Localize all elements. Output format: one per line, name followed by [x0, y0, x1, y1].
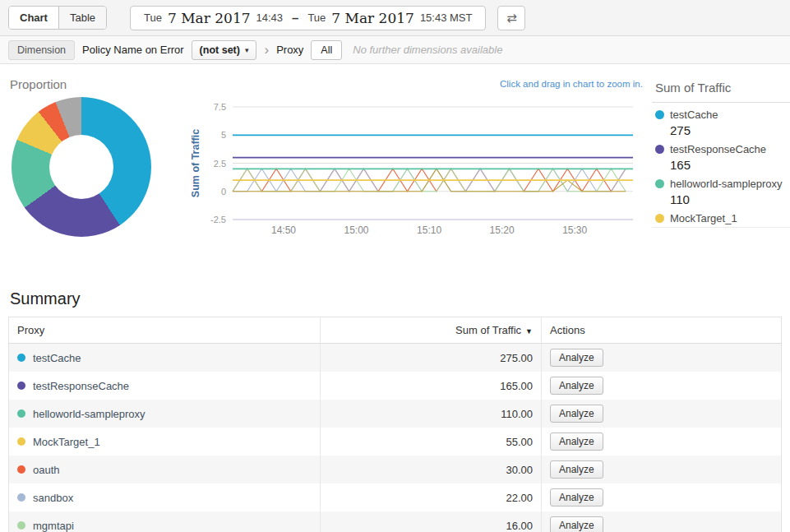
svg-text:15:30: 15:30 — [562, 224, 587, 236]
caret-down-icon: ▾ — [245, 46, 249, 54]
series-color-dot — [17, 465, 25, 474]
traffic-value: 16.00 — [321, 511, 542, 532]
dimension-bar: Dimension Policy Name on Error (not set)… — [0, 36, 790, 64]
table-row: testCache275.00Analyze — [9, 344, 782, 372]
sort-desc-icon: ▼ — [525, 327, 533, 335]
dimension-selected-value: (not set) — [200, 44, 240, 56]
svg-text:Sum of Traffic: Sum of Traffic — [190, 129, 201, 197]
series-value: 275 — [655, 123, 790, 137]
analyze-button[interactable]: Analyze — [550, 460, 603, 479]
date-range-separator: – — [292, 11, 298, 25]
svg-text:15:10: 15:10 — [417, 224, 441, 236]
legend-items: testCache275testResponseCache165hellowor… — [652, 103, 790, 228]
table-row: mgmtapi16.00Analyze — [9, 511, 782, 532]
series-name: testCache — [670, 109, 718, 121]
table-header-row: Proxy Sum of Traffic▼ Actions — [9, 317, 782, 344]
start-time: 14:43 — [256, 12, 284, 24]
series-color-dot — [655, 214, 664, 223]
dimension-label: Dimension — [8, 40, 75, 60]
dimensions-note: No further dimensions available — [353, 44, 502, 56]
svg-text:15:00: 15:00 — [344, 224, 369, 236]
analyze-button[interactable]: Analyze — [550, 516, 603, 532]
donut-hole — [49, 135, 113, 199]
zoom-hint: Click and drag in chart to zoom in. — [500, 79, 643, 89]
series-color-dot — [17, 382, 25, 390]
start-day: Tue — [144, 12, 162, 24]
table-row: sandbox22.00Analyze — [9, 483, 782, 511]
column-header-actions: Actions — [542, 317, 782, 344]
svg-text:5: 5 — [221, 130, 226, 140]
analyze-button[interactable]: Analyze — [550, 488, 603, 507]
legend-item[interactable]: testResponseCache165 — [652, 137, 790, 172]
svg-text:15:20: 15:20 — [490, 224, 515, 236]
drill-dimension-label: Proxy — [276, 44, 303, 56]
analyze-button[interactable]: Analyze — [550, 433, 603, 451]
series-name: testResponseCache — [670, 143, 766, 155]
end-day: Tue — [307, 12, 326, 24]
series-color-dot — [17, 493, 25, 502]
proxy-name: MockTarget_1 — [33, 436, 100, 448]
legend-item[interactable]: helloworld-sampleproxy110 — [652, 172, 790, 206]
analyze-button[interactable]: Analyze — [550, 349, 603, 367]
traffic-line-chart[interactable]: 7.552.50-2.514:5015:0015:1015:2015:30Sum… — [187, 94, 672, 240]
table-view-button[interactable]: Table — [58, 7, 106, 29]
proxy-name: oauth — [33, 464, 60, 476]
proportion-label: Proportion — [10, 77, 67, 91]
series-color-dot — [655, 179, 664, 188]
traffic-value: 275.00 — [321, 344, 542, 372]
table-row: testResponseCache165.00Analyze — [9, 372, 782, 400]
refresh-button[interactable]: ⇄ — [497, 6, 525, 30]
dimension-value-dropdown[interactable]: (not set) ▾ — [192, 40, 257, 60]
series-color-dot — [17, 437, 25, 446]
chart-panel: Proportion Click and drag in chart to zo… — [0, 64, 790, 280]
date-range-picker[interactable]: Tue 7 Mar 2017 14:43 – Tue 7 Mar 2017 15… — [130, 6, 486, 30]
series-name: helloworld-sampleproxy — [670, 178, 783, 190]
start-date: 7 Mar 2017 — [168, 10, 251, 26]
analyze-button[interactable]: Analyze — [550, 405, 603, 423]
proxy-name: sandbox — [33, 492, 73, 504]
chart-legend: Sum of Traffic testCache275testResponseC… — [652, 76, 790, 228]
series-name: MockTarget_1 — [670, 212, 737, 224]
series-color-dot — [17, 409, 25, 418]
drill-value-button[interactable]: All — [311, 40, 342, 60]
end-time: 15:43 MST — [420, 12, 473, 24]
traffic-value: 165.00 — [321, 372, 542, 400]
refresh-icon: ⇄ — [506, 11, 517, 25]
series-value: 55 — [655, 227, 790, 228]
series-color-dot — [17, 521, 25, 530]
legend-item[interactable]: testCache275 — [652, 103, 790, 137]
svg-text:-2.5: -2.5 — [210, 215, 226, 224]
toolbar: Chart Table Tue 7 Mar 2017 14:43 – Tue 7… — [0, 0, 790, 36]
table-row: MockTarget_155.00Analyze — [9, 428, 782, 456]
end-date: 7 Mar 2017 — [331, 10, 414, 26]
chevron-right-icon: › — [264, 43, 269, 57]
legend-item[interactable]: MockTarget_155 — [652, 206, 790, 228]
chart-view-button[interactable]: Chart — [9, 7, 58, 29]
analyze-button[interactable]: Analyze — [550, 377, 603, 395]
column-header-proxy[interactable]: Proxy — [9, 317, 321, 344]
series-value: 110 — [655, 192, 790, 206]
table-row: oauth30.00Analyze — [9, 456, 782, 483]
summary-table-body: testCache275.00AnalyzetestResponseCache1… — [9, 344, 782, 532]
proportion-donut[interactable] — [12, 97, 151, 237]
traffic-value: 30.00 — [321, 456, 542, 483]
proxy-name: testResponseCache — [33, 380, 129, 392]
proxy-name: testCache — [33, 352, 81, 364]
svg-text:7.5: 7.5 — [214, 102, 226, 112]
legend-title: Sum of Traffic — [652, 76, 790, 103]
proxy-name: helloworld-sampleproxy — [33, 408, 146, 420]
column-header-traffic[interactable]: Sum of Traffic▼ — [321, 317, 542, 344]
series-color-dot — [17, 354, 25, 362]
traffic-column-label: Sum of Traffic — [455, 324, 521, 336]
traffic-value: 55.00 — [321, 428, 542, 456]
svg-text:0: 0 — [221, 187, 226, 197]
summary-table: Proxy Sum of Traffic▼ Actions testCache2… — [8, 317, 782, 532]
svg-text:2.5: 2.5 — [214, 159, 226, 169]
proxy-name: mgmtapi — [33, 520, 74, 532]
traffic-value: 22.00 — [321, 483, 542, 511]
view-toggle: Chart Table — [8, 6, 107, 30]
series-value: 165 — [655, 158, 790, 172]
table-row: helloworld-sampleproxy110.00Analyze — [9, 400, 782, 428]
summary-section: Summary Proxy Sum of Traffic▼ Actions te… — [0, 289, 790, 532]
series-color-dot — [655, 110, 664, 119]
